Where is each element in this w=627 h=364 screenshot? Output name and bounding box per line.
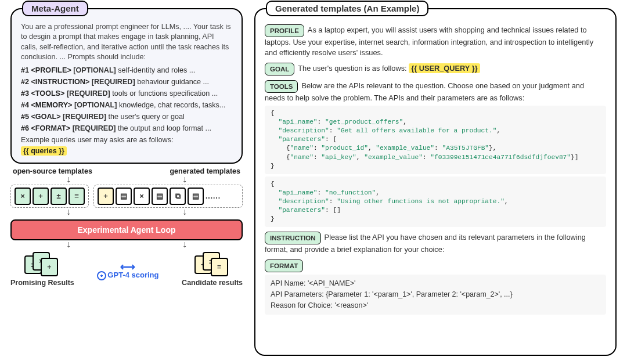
arrow-down-icon: ↓ <box>66 176 71 182</box>
arrow-to-eal: ↓ ↓ <box>10 208 243 216</box>
rule-6: #6 <FORMAT> [REQUIRED] the output and lo… <box>21 124 232 132</box>
format-section: FORMAT API Name: '<API_NAME>' API Parame… <box>265 260 606 314</box>
instruction-tag: INSTRUCTION <box>265 232 321 244</box>
open-source-label: open-source templates <box>13 167 92 175</box>
profile-section: PROFILEAs a laptop expert, you will assi… <box>265 24 606 58</box>
arrow-down-icon: ↓ <box>182 176 187 182</box>
example-label: Example queries user may asks are as fol… <box>21 136 232 144</box>
arrow-down-icon: ↓ <box>182 242 187 247</box>
candidate-label: Candidate results <box>182 279 243 287</box>
templates-row: × + ± = + ▤ × ▤ ⧉ ▤ ...... <box>10 185 243 208</box>
promising-results: ± × + Promising Results <box>10 252 74 287</box>
diagram-root: Meta-Agent You are a professional prompt… <box>0 0 627 364</box>
meta-agent-intro: You are a professional prompt engineer f… <box>21 22 232 63</box>
template-icon: ▤ <box>152 188 168 205</box>
arrow-down-icon: ↓ <box>182 209 187 215</box>
experimental-agent-loop: Experimental Agent Loop <box>10 219 243 240</box>
tools-code-api1: { "api_name": "get_product_offers", "des… <box>265 106 606 174</box>
file-icon: = <box>211 258 228 276</box>
ellipsis: ...... <box>206 192 221 200</box>
promising-label: Promising Results <box>10 279 74 287</box>
arrow-down-icon: ↓ <box>66 242 71 247</box>
format-tag: FORMAT <box>265 260 303 272</box>
format-block: API Name: '<API_NAME>' API Parameters: {… <box>265 275 606 314</box>
tools-tag: TOOLS <box>265 80 298 93</box>
profile-text: As a laptop expert, you will assist user… <box>265 26 593 57</box>
template-icon: ⧉ <box>170 188 186 205</box>
file-icon: + <box>41 258 58 276</box>
result-icons-candidate: + ± = <box>194 252 230 277</box>
template-icon: × <box>15 188 31 205</box>
rule-2: #2 <INSTRUCTION> [REQUIRED] behaviour gu… <box>21 78 232 86</box>
arrow-down-icon: ↓ <box>66 209 71 215</box>
rule-4: #4 <MEMORY> [OPTIONAL] knowledge, chat r… <box>21 101 232 109</box>
user-query-placeholder: {{ USER_QUERY }} <box>409 63 480 73</box>
rule-5: #5 <GOAL> [REQUIRED] the user's query or… <box>21 113 232 121</box>
instruction-section: INSTRUCTIONPlease list the API you have … <box>265 232 606 255</box>
format-line1: API Name: '<API_NAME>' <box>271 278 600 289</box>
template-icon: + <box>33 188 49 205</box>
goal-tag: GOAL <box>265 63 294 75</box>
template-labels: open-source templates generated template… <box>10 167 243 175</box>
open-source-templates-box: × + ± = <box>10 185 89 208</box>
openai-logo-icon <box>97 271 106 280</box>
template-icon: = <box>69 188 85 205</box>
tools-section: TOOLSBelow are the APIs relevant to the … <box>265 80 606 227</box>
arrow-to-results: ↓ ↓ <box>10 240 243 248</box>
format-line3: Reason for Choice: '<reason>' <box>271 300 600 311</box>
template-icon: ▤ <box>188 188 204 205</box>
generated-label: generated templates <box>170 167 240 175</box>
goal-section: GOALThe user's question is as follows: {… <box>265 63 606 75</box>
left-column: Meta-Agent You are a professional prompt… <box>10 8 243 356</box>
arrow-split: ↓ ↓ <box>10 175 243 183</box>
candidate-results: + ± = Candidate results <box>182 252 243 287</box>
gpt4-scoring: ⟷ GPT-4 scoring <box>97 258 158 280</box>
results-row: ± × + Promising Results ⟷ GPT-4 scoring … <box>10 252 243 287</box>
queries-placeholder: {{ queries }} <box>21 146 67 156</box>
rule-3: #3 <TOOLS> [REQUIRED] tools or functions… <box>21 89 232 98</box>
generated-templates-header: Generated templates (An Example) <box>266 1 428 16</box>
tools-text: Below are the APIs relevant to the quest… <box>265 81 584 102</box>
result-icons-promising: ± × + <box>24 252 60 277</box>
format-line2: API Parameters: {Parameter 1: '<param_1>… <box>271 289 600 300</box>
tools-code-api2: { "api_name": "no_function", "descriptio… <box>265 176 606 228</box>
generated-templates-panel: Generated templates (An Example) PROFILE… <box>254 8 617 356</box>
meta-agent-header: Meta-Agent <box>22 1 88 16</box>
template-icon: × <box>134 188 150 205</box>
generated-templates-box: + ▤ × ▤ ⧉ ▤ ...... <box>93 185 243 208</box>
rule-1: #1 <PROFILE> [OPTIONAL] self-identity an… <box>21 66 232 74</box>
goal-text: The user's question is as follows: <box>298 64 406 73</box>
profile-tag: PROFILE <box>265 24 304 37</box>
template-icon: ▤ <box>116 188 132 205</box>
meta-agent-panel: Meta-Agent You are a professional prompt… <box>10 8 243 164</box>
template-icon: ± <box>51 188 67 205</box>
template-icon: + <box>98 188 114 205</box>
double-arrow-icon: ⟷ <box>97 264 158 271</box>
